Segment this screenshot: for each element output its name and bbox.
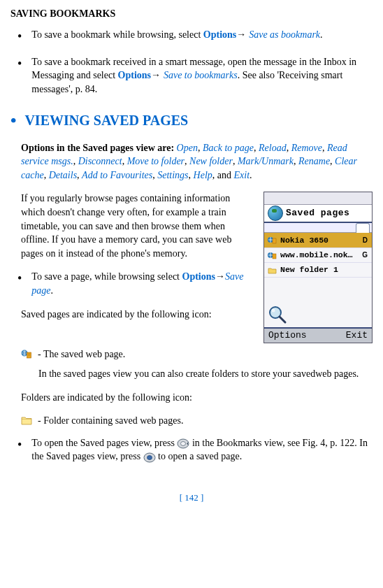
globe-icon (268, 206, 283, 221)
tab-bar (264, 223, 372, 233)
icon-description: - The saved web page. (38, 347, 125, 361)
status-bar (264, 192, 372, 205)
select-button-icon (143, 452, 156, 463)
section-heading: • VIEWING SAVED PAGES (10, 110, 373, 130)
menu-item: Open (177, 143, 198, 153)
arrow-icon: → (215, 271, 225, 282)
menu-item: Details (49, 170, 77, 180)
menu-item: Save as bookmark (249, 29, 320, 40)
menu-item: Disconnect (78, 156, 122, 166)
text: To save a bookmark while browsing, selec… (31, 29, 203, 40)
menu-item: Reload (259, 143, 287, 153)
menu-item: Add to Favourites (82, 170, 152, 180)
text: to open a saved page. (156, 451, 243, 461)
options-label: Options (118, 70, 151, 80)
item-badge: D (363, 236, 368, 245)
saved-page-icon (268, 236, 277, 244)
text: . (320, 29, 323, 40)
svg-point-14 (147, 455, 152, 459)
bullet-save-page: To save a page, while browsing select Op… (10, 270, 255, 297)
options-list: Options in the Saved pages view are: Ope… (10, 141, 373, 182)
menu-item: Move to folder (127, 156, 185, 166)
section-marker-icon: • (10, 112, 16, 129)
paragraph-folders: In the saved pages view you can also cre… (10, 367, 373, 381)
list-item: New folder 1 (264, 262, 372, 277)
softkey-left: Options (268, 329, 307, 342)
screenshot-header: Saved pages (264, 205, 372, 223)
list-item: www.mobile.nok… G (264, 248, 372, 262)
options-label: Options (203, 29, 236, 40)
svg-line-6 (280, 317, 285, 322)
paragraph-folder-icon: Folders are indicated by the following i… (10, 391, 373, 405)
svg-point-12 (181, 442, 186, 446)
item-label: www.mobile.nok… (280, 250, 353, 261)
menu-item: Back to page (203, 143, 254, 153)
nav-button-icon (177, 438, 189, 449)
bullet-open-saved: To open the Saved pages view, press in t… (10, 436, 373, 464)
menu-item: Exit (234, 170, 250, 180)
options-lead: Options in the Saved pages view are: (21, 143, 177, 153)
menu-item: Rename (298, 156, 330, 166)
menu-item: Remove (291, 143, 322, 153)
saved-page-icon (21, 349, 32, 359)
text: . (250, 170, 252, 180)
item-badge: G (362, 250, 368, 260)
arrow-icon: → (151, 69, 164, 80)
item-label: New folder 1 (280, 264, 338, 275)
text: , and (212, 170, 234, 180)
item-label: Nokia 3650 (280, 235, 328, 246)
menu-item: Help (194, 170, 212, 180)
magnifier-icon (268, 305, 287, 324)
menu-item: Settings (157, 170, 188, 180)
folder-icon-description: - Folder containing saved web pages. (10, 414, 373, 428)
svg-rect-1 (273, 238, 276, 243)
svg-point-5 (272, 309, 275, 313)
arrow-icon: → (236, 29, 249, 40)
softkey-right: Exit (346, 329, 368, 342)
menu-item: Mark/Unmark (238, 156, 294, 166)
empty-area (264, 277, 372, 303)
page-number: [ 142 ] (10, 492, 373, 504)
section-title: VIEWING SAVED PAGES (24, 110, 188, 130)
text: To open the Saved pages view, press (31, 438, 177, 448)
tab-icon (356, 223, 370, 233)
phone-screenshot: Saved pages Nokia 3650 D www.mobile.nok…… (263, 192, 373, 343)
folder-icon (21, 415, 32, 425)
text: . (51, 285, 54, 296)
saved-page-icon (268, 252, 277, 259)
bullet-save-smart-message: To save a bookmark received in a smart m… (10, 55, 373, 96)
saved-icon-description: - The saved web page. (10, 347, 373, 361)
magnify-area (264, 303, 372, 327)
icon-description: - Folder containing saved web pages. (38, 414, 183, 428)
list-item: Nokia 3650 D (264, 233, 372, 248)
menu-item: New folder (189, 156, 233, 166)
svg-rect-3 (273, 254, 276, 259)
paragraph-saved-icon: Saved pages are indicated by the followi… (10, 308, 255, 322)
screenshot-title: Saved pages (286, 207, 349, 220)
heading-saving-bookmarks: SAVING BOOKMARKS (10, 7, 373, 21)
folder-icon (268, 266, 277, 274)
bullet-save-while-browsing: To save a bookmark while browsing, selec… (10, 28, 373, 45)
options-label: Options (182, 271, 215, 282)
softkey-bar: Options Exit (264, 327, 372, 343)
paragraph-intro: If you regularly browse pages containing… (10, 192, 255, 260)
text: To save a page, while browsing select (31, 271, 182, 282)
menu-item: Save to bookmarks (164, 70, 238, 80)
